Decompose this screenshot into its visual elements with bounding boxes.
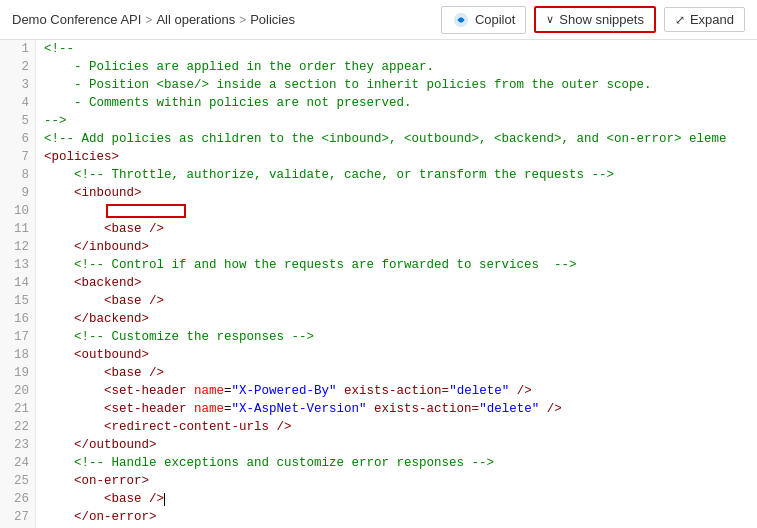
line-number: 22: [0, 418, 35, 436]
line-number: 23: [0, 436, 35, 454]
line-number: 18: [0, 346, 35, 364]
line-number: 17: [0, 328, 35, 346]
breadcrumb-sep2: >: [239, 13, 246, 27]
code-line: </on-error>: [36, 508, 757, 526]
code-line: <!-- Throttle, authorize, validate, cach…: [36, 166, 757, 184]
breadcrumb-sep1: >: [145, 13, 152, 27]
comment-token: <!--: [44, 40, 74, 58]
line-number: 11: [0, 220, 35, 238]
line-number: 6: [0, 130, 35, 148]
tag-token: <redirect-content-urls />: [44, 418, 292, 436]
code-line: -->: [36, 112, 757, 130]
line-number: 4: [0, 94, 35, 112]
tag-token: </outbound>: [44, 436, 157, 454]
comment-token: <!-- Customize the responses -->: [44, 328, 314, 346]
line-number: 26: [0, 490, 35, 508]
line-number: 1: [0, 40, 35, 58]
breadcrumb-part3: Policies: [250, 12, 295, 27]
tag-token: <outbound>: [44, 346, 149, 364]
comment-token: -->: [44, 112, 67, 130]
tag-token: <base />: [44, 364, 164, 382]
comment-token: <!-- Throttle, authorize, validate, cach…: [44, 166, 614, 184]
line-number: 24: [0, 454, 35, 472]
tag-token: <on-error>: [44, 472, 149, 490]
line-number: 9: [0, 184, 35, 202]
comment-token: - Comments within policies are not prese…: [44, 94, 412, 112]
comment-token: - Policies are applied in the order they…: [44, 58, 434, 76]
line-number: 21: [0, 400, 35, 418]
tag-token: <inbound>: [44, 184, 142, 202]
code-line: <base />: [36, 490, 757, 508]
string-token: "delete": [479, 400, 539, 418]
code-line: <set-header name="X-Powered-By" exists-a…: [36, 382, 757, 400]
breadcrumb-part2[interactable]: All operations: [156, 12, 235, 27]
text-cursor: [164, 493, 165, 506]
code-line: <!-- Customize the responses -->: [36, 328, 757, 346]
line-number: 25: [0, 472, 35, 490]
comment-token: - Position <base/> inside a section to i…: [44, 76, 652, 94]
tag-token: </on-error>: [44, 508, 157, 526]
line-number: 5: [0, 112, 35, 130]
expand-icon: ⤢: [675, 13, 685, 27]
expand-button[interactable]: ⤢ Expand: [664, 7, 745, 32]
string-token: "delete": [449, 382, 509, 400]
copilot-button[interactable]: Copilot: [441, 6, 526, 34]
code-line: - Policies are applied in the order they…: [36, 58, 757, 76]
show-snippets-label: Show snippets: [559, 12, 644, 27]
code-line: <!-- Add policies as children to the <in…: [36, 130, 757, 148]
tag-token: <base />: [44, 220, 164, 238]
comment-token: <!-- Add policies as children to the <in…: [44, 130, 727, 148]
tag-token: <set-header: [44, 382, 194, 400]
code-line: </outbound>: [36, 436, 757, 454]
highlight-placeholder: [106, 204, 186, 218]
line-number: 13: [0, 256, 35, 274]
header-bar: Demo Conference API > All operations > P…: [0, 0, 757, 40]
show-snippets-button[interactable]: ∨ Show snippets: [534, 6, 656, 33]
breadcrumb-part1[interactable]: Demo Conference API: [12, 12, 141, 27]
string-token: "X-Powered-By": [232, 382, 337, 400]
comment-token: <!-- Handle exceptions and customize err…: [44, 454, 494, 472]
text-token: =: [224, 382, 232, 400]
tag-token: </backend>: [44, 310, 149, 328]
code-line: <redirect-content-urls />: [36, 418, 757, 436]
text-token: =: [224, 400, 232, 418]
line-numbers: 1234567891011121314151617181920212223242…: [0, 40, 36, 528]
code-line: <on-error>: [36, 472, 757, 490]
line-number: 3: [0, 76, 35, 94]
code-line: - Position <base/> inside a section to i…: [36, 76, 757, 94]
string-token: "X-AspNet-Version": [232, 400, 367, 418]
code-line: <!--: [36, 40, 757, 58]
line-number: 10: [0, 202, 35, 220]
line-number: 8: [0, 166, 35, 184]
code-line: </inbound>: [36, 238, 757, 256]
tag-token: />: [509, 382, 532, 400]
tag-token: exists-action=: [337, 382, 450, 400]
chevron-down-icon: ∨: [546, 13, 554, 26]
code-line: [36, 202, 757, 220]
code-line: <inbound>: [36, 184, 757, 202]
code-area[interactable]: <!-- - Policies are applied in the order…: [36, 40, 757, 528]
line-number: 16: [0, 310, 35, 328]
code-line: <!-- Handle exceptions and customize err…: [36, 454, 757, 472]
header-actions: Copilot ∨ Show snippets ⤢ Expand: [441, 6, 745, 34]
code-line: <base />: [36, 292, 757, 310]
code-line: <backend>: [36, 274, 757, 292]
code-line: <!-- Control if and how the requests are…: [36, 256, 757, 274]
tag-token: <policies>: [44, 148, 119, 166]
code-line: <outbound>: [36, 346, 757, 364]
code-editor[interactable]: 1234567891011121314151617181920212223242…: [0, 40, 757, 528]
code-line: - Comments within policies are not prese…: [36, 94, 757, 112]
line-number: 12: [0, 238, 35, 256]
tag-token: <base />: [44, 292, 164, 310]
code-line: </backend>: [36, 310, 757, 328]
attr-token: name: [194, 400, 224, 418]
line-number: 27: [0, 508, 35, 526]
code-line: <policies>: [36, 148, 757, 166]
breadcrumb: Demo Conference API > All operations > P…: [12, 12, 295, 27]
tag-token: </inbound>: [44, 238, 149, 256]
tag-token: exists-action=: [367, 400, 480, 418]
tag-token: <set-header: [44, 400, 194, 418]
expand-label: Expand: [690, 12, 734, 27]
line-number: 7: [0, 148, 35, 166]
code-line: <base />: [36, 220, 757, 238]
